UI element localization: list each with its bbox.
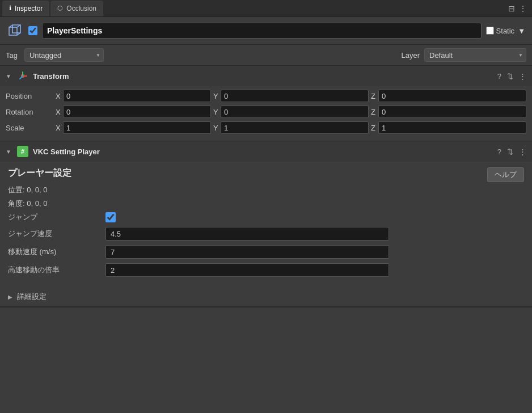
transform-settings-btn[interactable]: ⇅ [507,72,513,81]
layer-group: Layer Default [401,48,526,62]
vkc-header[interactable]: ▼ # VKC Setting Player ? ⇅ ⋮ [0,141,532,162]
scale-x-label: X [56,124,61,132]
vkc-title-row: プレーヤー設定 ヘルプ [8,167,524,185]
scale-y-label: Y [213,124,219,132]
rotation-z-label: Z [371,108,377,116]
rotation-xyz-group: X Y Z [56,106,526,118]
position-x-input[interactable] [63,90,211,102]
vkc-angle-text: 角度: 0, 0, 0 [8,199,524,209]
scale-label: Scale [6,124,51,132]
vkc-help-button[interactable]: ヘルプ [487,167,524,182]
bottom-divider [0,306,532,307]
vkc-arrow-icon: ▼ [6,149,12,155]
position-z-input[interactable] [378,90,526,102]
scale-y-input[interactable] [221,121,369,134]
move-speed-label: 移動速度 (m/s) [8,247,99,257]
jump-label: ジャンプ [8,212,99,222]
rotation-x-label: X [56,108,61,116]
inspector-panel: Static ▼ Tag Untagged Layer Default ▼ [0,17,532,307]
transform-help-btn[interactable]: ? [497,72,501,81]
vkc-section-title: プレーヤー設定 [8,167,71,179]
jump-speed-label: ジャンプ速度 [8,229,99,239]
detail-section[interactable]: ▶ 詳細設定 [0,287,532,306]
rotation-row: Rotation X Y Z [6,106,526,118]
layer-select[interactable]: Default [424,48,526,62]
tab-occlusion-label: Occlusion [66,5,96,12]
fast-move-label: 高速移動の倍率 [8,265,99,275]
rotation-y-label: Y [213,108,219,116]
object-header: Static ▼ [0,17,532,45]
object-name-input[interactable] [42,23,482,39]
jump-speed-row: ジャンプ速度 [8,227,524,241]
scale-z-label: Z [371,124,377,132]
jump-speed-input[interactable] [105,227,389,241]
scale-z-field: Z [371,121,526,134]
tab-inspector-label: Inspector [15,5,43,12]
rotation-y-input[interactable] [221,106,369,118]
vkc-menu-btn[interactable]: ⋮ [519,148,526,156]
occlusion-tab-icon: ⬡ [57,5,63,12]
rotation-y-field: Y [213,106,369,118]
fast-move-row: 高速移動の倍率 [8,263,524,277]
vkc-component: ▼ # VKC Setting Player ? ⇅ ⋮ プレーヤー設定 ヘルプ… [0,141,532,307]
transform-header[interactable]: ▼ Transform ? ⇅ ⋮ [0,66,532,86]
tag-select-wrapper: Untagged [24,48,104,62]
position-y-label: Y [213,92,219,100]
scale-y-field: Y [213,121,369,134]
vkc-help-btn[interactable]: ? [497,148,501,156]
tab-bar: ℹ Inspector ⬡ Occlusion ⊟ ⋮ [0,0,532,17]
vkc-body: プレーヤー設定 ヘルプ 位置: 0, 0, 0 角度: 0, 0, 0 ジャンプ… [0,162,532,287]
jump-checkbox[interactable] [105,212,116,222]
menu-btn[interactable]: ⋮ [518,4,527,13]
detail-label: 詳細設定 [17,292,47,302]
position-row: Position X Y Z [6,90,526,102]
detail-arrow-icon: ▶ [8,294,12,300]
position-z-field: Z [371,90,526,102]
vkc-settings-btn[interactable]: ⇅ [507,148,513,156]
tab-inspector[interactable]: ℹ Inspector [2,1,49,16]
scale-x-field: X [56,121,211,134]
scale-x-input[interactable] [63,121,211,134]
position-xyz-group: X Y Z [56,90,526,102]
tab-bar-controls: ⊟ ⋮ [507,4,532,13]
position-z-label: Z [371,92,377,100]
object-active-checkbox[interactable] [28,26,37,35]
rotation-x-input[interactable] [63,106,211,118]
scale-row: Scale X Y Z [6,121,526,134]
svg-rect-0 [9,27,17,35]
transform-arrow-icon: ▼ [6,73,12,79]
inspector-tab-icon: ℹ [9,5,11,12]
tag-label: Tag [6,51,18,60]
layer-select-wrapper: Default [424,48,526,62]
position-x-label: X [56,92,61,100]
rotation-x-field: X [56,106,211,118]
transform-title: Transform [33,72,493,81]
rotation-label: Rotation [6,108,51,116]
tab-occlusion[interactable]: ⬡ Occlusion [50,1,103,16]
rotation-z-field: Z [371,106,526,118]
static-dropdown[interactable]: ▼ [517,27,526,35]
vkc-header-buttons: ? ⇅ ⋮ [497,148,526,156]
vkc-icon: # [17,146,28,157]
move-speed-input[interactable] [105,245,389,259]
fast-move-input[interactable] [105,263,389,277]
tag-select[interactable]: Untagged [24,48,104,62]
jump-row: ジャンプ [8,212,524,222]
scale-xyz-group: X Y Z [56,121,526,134]
transform-body: Position X Y Z [0,86,532,141]
move-speed-row: 移動速度 (m/s) [8,245,524,259]
transform-menu-btn[interactable]: ⋮ [519,72,526,81]
static-label: Static [496,27,515,35]
position-y-input[interactable] [221,90,369,102]
rotation-z-input[interactable] [378,106,526,118]
static-group: Static ▼ [486,27,526,35]
vkc-title: VKC Setting Player [33,148,493,156]
position-x-field: X [56,90,211,102]
scale-z-input[interactable] [378,121,526,134]
static-checkbox[interactable] [486,27,494,35]
vkc-position-text: 位置: 0, 0, 0 [8,185,524,195]
object-icon [6,22,24,40]
restore-btn[interactable]: ⊟ [507,4,516,13]
tag-layer-row: Tag Untagged Layer Default [0,45,532,66]
transform-header-buttons: ? ⇅ ⋮ [497,72,526,81]
